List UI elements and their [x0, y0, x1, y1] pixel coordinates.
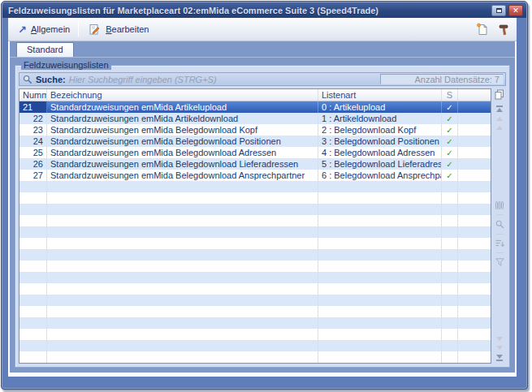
table-row[interactable]: [19, 249, 491, 261]
table-row[interactable]: [19, 238, 491, 249]
cell-num: [19, 306, 47, 317]
checkmark-icon: ✓: [446, 114, 452, 123]
cell-bez: [47, 204, 318, 215]
next-page-icon: [496, 346, 503, 350]
cell-bez: Standardzuweisungen emMida Belegdownload…: [47, 170, 318, 181]
search-grid-button[interactable]: [495, 220, 504, 229]
cell-bez: Standardzuweisungen emMida Artikelupload: [47, 101, 318, 113]
cell-fill: [458, 192, 491, 204]
cell-bez: [47, 192, 318, 204]
checkmark-icon: ✓: [446, 126, 452, 135]
cell-art: [318, 181, 442, 192]
column-header-s[interactable]: S: [442, 89, 458, 101]
column-header-filler: [458, 89, 491, 101]
table-row[interactable]: [19, 261, 491, 272]
close-button[interactable]: ✕: [508, 5, 523, 16]
allgemein-button[interactable]: ↗ Allgemein: [13, 22, 75, 37]
last-record-button[interactable]: [496, 355, 503, 362]
table-row[interactable]: 24Standardzuweisungen emMida Belegdownlo…: [19, 136, 491, 147]
cell-fill: [458, 101, 491, 113]
cell-num: [19, 272, 47, 283]
cell-fill: [458, 215, 491, 226]
table-row[interactable]: 22Standardzuweisungen emMida Artikeldown…: [19, 113, 491, 124]
tabstrip: Standard: [10, 41, 515, 57]
cell-s: [442, 192, 458, 204]
arrow-up-right-icon: ↗: [18, 25, 27, 34]
cell-bez: [47, 351, 318, 363]
cell-bez: Standardzuweisungen emMida Belegdownload…: [47, 158, 318, 170]
cell-art: [318, 295, 442, 306]
cell-fill: [458, 158, 491, 170]
view-button[interactable]: [495, 201, 504, 209]
table-row[interactable]: [19, 192, 491, 204]
table-row[interactable]: [19, 351, 491, 363]
cell-fill: [458, 272, 491, 283]
next-page-button[interactable]: [496, 346, 503, 350]
table-row[interactable]: [19, 329, 491, 340]
copy-pages-button[interactable]: [495, 89, 504, 100]
table-row[interactable]: [19, 272, 491, 283]
column-header-listenart[interactable]: Listenart: [318, 89, 442, 101]
tab-standard[interactable]: Standard: [16, 42, 74, 57]
cell-art: [318, 306, 442, 317]
first-record-button[interactable]: [496, 105, 503, 112]
column-header-bezeichnung[interactable]: Bezeichnung: [47, 89, 318, 101]
table-row[interactable]: [19, 317, 491, 329]
view-icon: [495, 201, 504, 209]
cell-bez: [47, 317, 318, 329]
table-row[interactable]: 27Standardzuweisungen emMida Belegdownlo…: [19, 170, 491, 181]
cell-num: 21: [19, 101, 47, 113]
cell-num: 26: [19, 158, 47, 170]
table-row[interactable]: [19, 340, 491, 351]
cell-bez: [47, 295, 318, 306]
cell-fill: [458, 351, 491, 363]
cell-fill: [458, 204, 491, 215]
cell-bez: [47, 272, 318, 283]
cell-art: 5 : Belegdownload Lieferadressen: [318, 158, 442, 170]
bearbeiten-button[interactable]: Bearbeiten: [82, 19, 154, 39]
cell-art: [318, 215, 442, 226]
grid-body: 21Standardzuweisungen emMida Artikeluplo…: [19, 101, 491, 363]
cell-s: [442, 317, 458, 329]
table-row[interactable]: [19, 306, 491, 317]
table-row[interactable]: [19, 204, 491, 215]
cell-art: [318, 340, 442, 351]
table-row[interactable]: [19, 215, 491, 226]
table-row[interactable]: [19, 226, 491, 238]
cell-art: [318, 329, 442, 340]
table-row[interactable]: [19, 283, 491, 295]
new-document-button[interactable]: [474, 22, 489, 37]
filter-button[interactable]: [495, 258, 504, 266]
tools-button[interactable]: [496, 22, 511, 37]
next-record-button[interactable]: [496, 337, 503, 341]
cell-num: 23: [19, 124, 47, 136]
cell-s: [442, 249, 458, 261]
search-bar: Suche: Anzahl Datensätze: 7: [19, 72, 506, 86]
cell-num: [19, 261, 47, 272]
cell-art: 0 : Artikelupload: [318, 101, 442, 113]
cell-s: [442, 215, 458, 226]
cell-s: [442, 283, 458, 295]
titlebar[interactable]: Feldzuweisungslisten für Marketplaceart …: [2, 2, 526, 18]
table-row[interactable]: [19, 181, 491, 192]
table-row[interactable]: 21Standardzuweisungen emMida Artikeluplo…: [19, 101, 491, 113]
checkmark-icon: ✓: [446, 160, 452, 169]
previous-page-button[interactable]: [496, 117, 503, 121]
table-row[interactable]: 23Standardzuweisungen emMida Belegdownlo…: [19, 124, 491, 136]
table-row[interactable]: [19, 295, 491, 306]
cell-fill: [458, 238, 491, 249]
sort-button[interactable]: [495, 239, 504, 248]
search-icon: [23, 75, 32, 84]
cell-s: [442, 295, 458, 306]
cell-s: [442, 351, 458, 363]
search-input[interactable]: [69, 75, 377, 84]
table-row[interactable]: 25Standardzuweisungen emMida Belegdownlo…: [19, 147, 491, 158]
table-row[interactable]: 26Standardzuweisungen emMida Belegdownlo…: [19, 158, 491, 170]
app-window: Feldzuweisungslisten für Marketplaceart …: [1, 1, 528, 390]
cell-bez: [47, 215, 318, 226]
column-header-nummer[interactable]: Nummer: [19, 89, 47, 101]
previous-record-button[interactable]: [496, 126, 503, 130]
cell-num: [19, 192, 47, 204]
cell-fill: [458, 113, 491, 124]
maximize-button[interactable]: [491, 5, 506, 16]
